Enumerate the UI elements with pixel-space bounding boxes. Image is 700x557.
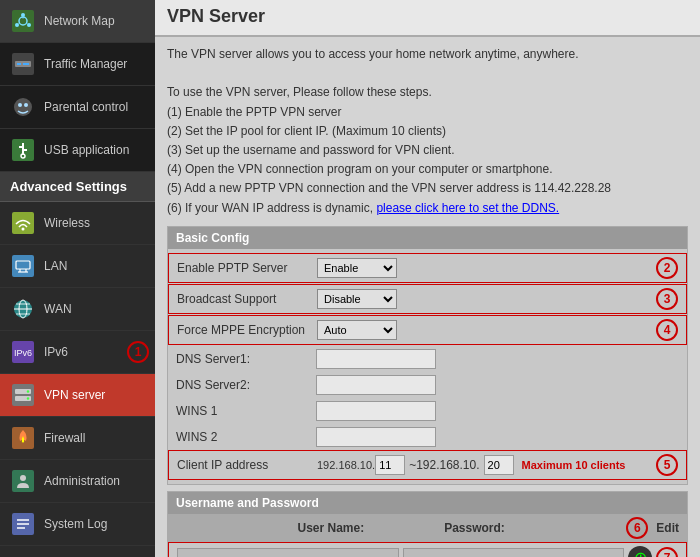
up-col-headers: User Name: Password: 6 Edit [168, 514, 687, 542]
sidebar-label-traffic-manager: Traffic Manager [44, 57, 127, 71]
username-password-section: Username and Password User Name: Passwor… [167, 491, 688, 557]
ip-start-prefix: 192.168.10. [317, 459, 375, 471]
badge-5: 5 [656, 454, 678, 476]
sidebar-label-usb-application: USB application [44, 143, 129, 157]
sidebar-item-traffic-manager[interactable]: Traffic Manager [0, 43, 155, 86]
ip-start-suffix[interactable] [375, 455, 405, 475]
badge-7: 7 [656, 547, 678, 557]
broadcast-support-control: Enable Disable [317, 289, 656, 309]
page-title: VPN Server [167, 6, 688, 27]
vpn-server-icon [10, 382, 36, 408]
sidebar: Network Map Traffic Manager [0, 0, 155, 557]
sidebar-label-system-log: System Log [44, 517, 107, 531]
svg-point-40 [20, 475, 26, 481]
sidebar-advanced-items: Wireless LAN [0, 202, 155, 546]
basic-config-header: Basic Config [168, 227, 687, 249]
wins1-row: WINS 1 [168, 398, 687, 424]
edit-btn-wrap: ⊕ 7 [628, 546, 678, 557]
dns-server1-row: DNS Server1: [168, 346, 687, 372]
sidebar-item-administration[interactable]: Administration [0, 460, 155, 503]
dns-server2-control [316, 375, 679, 395]
badge-1: 1 [127, 341, 149, 363]
wins2-control [316, 427, 679, 447]
dns-server1-control [316, 349, 679, 369]
dns-server1-input[interactable] [316, 349, 436, 369]
intro-line-6: (3) Set up the username and password for… [167, 143, 454, 157]
sidebar-item-wireless[interactable]: Wireless [0, 202, 155, 245]
client-ip-label: Client IP address [177, 458, 317, 472]
enable-pptp-label: Enable PPTP Server [177, 261, 317, 275]
up-input-row: ⊕ 7 [168, 542, 687, 557]
sidebar-item-system-log[interactable]: System Log [0, 503, 155, 546]
force-mppe-label: Force MPPE Encryption [177, 323, 317, 337]
svg-rect-33 [12, 384, 34, 406]
enable-pptp-select[interactable]: Enable Disable [317, 258, 397, 278]
intro-line-1: The VPN server allows you to access your… [167, 47, 579, 61]
wins2-input[interactable] [316, 427, 436, 447]
badge-6: 6 [626, 517, 648, 539]
svg-point-13 [18, 103, 22, 107]
svg-point-4 [15, 23, 19, 27]
ddns-link[interactable]: please click here to set the DDNS. [376, 201, 559, 215]
svg-point-36 [27, 390, 29, 392]
intro-line-4: (1) Enable the PPTP VPN server [167, 105, 342, 119]
intro-line-9-prefix: (6) If your WAN IP address is dynamic, [167, 201, 376, 215]
sidebar-item-firewall[interactable]: Firewall [0, 417, 155, 460]
sidebar-label-network-map: Network Map [44, 14, 115, 28]
sidebar-item-lan[interactable]: LAN [0, 245, 155, 288]
sidebar-top: Network Map Traffic Manager [0, 0, 155, 172]
intro-line-3: To use the VPN server, Please follow the… [167, 85, 432, 99]
broadcast-support-select[interactable]: Enable Disable [317, 289, 397, 309]
password-input[interactable] [403, 548, 625, 557]
lan-icon [10, 253, 36, 279]
system-log-icon [10, 511, 36, 537]
intro-line-7: (4) Open the VPN connection program on y… [167, 162, 553, 176]
sidebar-item-parental-control[interactable]: Parental control [0, 86, 155, 129]
client-ip-row: Client IP address 192.168.10. ~192.168.1… [168, 450, 687, 480]
username-col-header: User Name: Password: [176, 517, 626, 539]
badge-4: 4 [656, 319, 678, 341]
sidebar-item-wan[interactable]: WAN [0, 288, 155, 331]
sidebar-item-ipv6[interactable]: IPv6 IPv6 1 [0, 331, 155, 374]
svg-point-2 [21, 13, 25, 17]
wins1-control [316, 401, 679, 421]
advanced-settings-header: Advanced Settings [0, 172, 155, 202]
basic-config-section: Basic Config Enable PPTP Server Enable D… [167, 226, 688, 485]
svg-point-14 [24, 103, 28, 107]
svg-text:IPv6: IPv6 [14, 348, 32, 358]
sidebar-label-parental-control: Parental control [44, 100, 128, 114]
parental-control-icon [10, 94, 36, 120]
wins1-label: WINS 1 [176, 404, 316, 418]
wins2-row: WINS 2 [168, 424, 687, 450]
administration-icon [10, 468, 36, 494]
badge-2: 2 [656, 257, 678, 279]
force-mppe-control: Auto Require None [317, 320, 656, 340]
svg-point-20 [22, 228, 25, 231]
svg-point-3 [27, 23, 31, 27]
wins1-input[interactable] [316, 401, 436, 421]
main-header: VPN Server [155, 0, 700, 37]
sidebar-item-usb-application[interactable]: USB application [0, 129, 155, 172]
svg-rect-19 [12, 212, 34, 234]
enable-pptp-control: Enable Disable [317, 258, 656, 278]
sidebar-label-lan: LAN [44, 259, 67, 273]
dns-server1-label: DNS Server1: [176, 352, 316, 366]
svg-rect-16 [19, 146, 22, 148]
network-map-icon [10, 8, 36, 34]
max-clients-label: Maximum 10 clients [522, 459, 626, 471]
main-content-area: VPN Server The VPN server allows you to … [155, 0, 700, 557]
sidebar-label-firewall: Firewall [44, 431, 85, 445]
broadcast-support-row: Broadcast Support Enable Disable 3 [168, 284, 687, 314]
svg-point-37 [27, 397, 29, 399]
svg-rect-10 [17, 63, 21, 65]
edit-col-header-wrap: 6 Edit [626, 517, 679, 539]
sidebar-item-network-map[interactable]: Network Map [0, 0, 155, 43]
dns-server2-input[interactable] [316, 375, 436, 395]
sidebar-item-vpn-server[interactable]: VPN server [0, 374, 155, 417]
sidebar-label-wireless: Wireless [44, 216, 90, 230]
add-user-button[interactable]: ⊕ [628, 546, 652, 557]
force-mppe-select[interactable]: Auto Require None [317, 320, 397, 340]
broadcast-support-label: Broadcast Support [177, 292, 317, 306]
username-input[interactable] [177, 548, 399, 557]
ip-end-suffix[interactable] [484, 455, 514, 475]
